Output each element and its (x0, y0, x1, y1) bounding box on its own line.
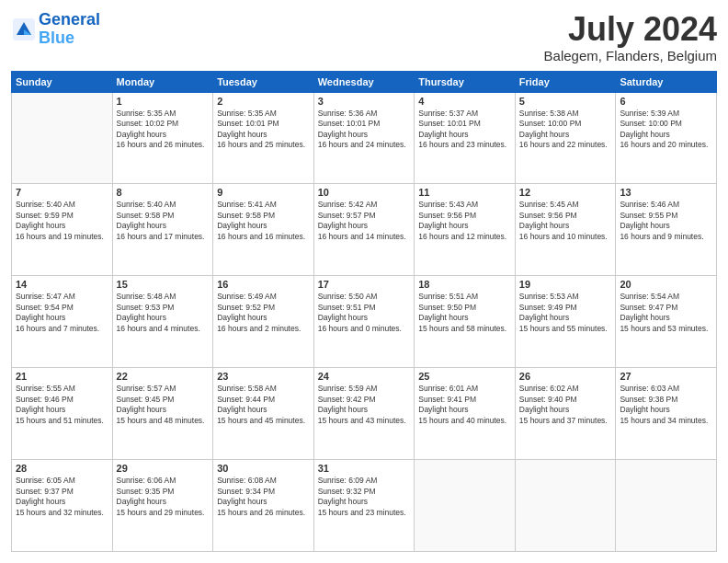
day-number: 16 (217, 279, 310, 290)
logo-general: General (39, 10, 100, 29)
table-row: 14Sunrise: 5:47 AMSunset: 9:54 PMDayligh… (12, 276, 113, 368)
day-number: 26 (519, 371, 612, 382)
day-number: 29 (117, 463, 210, 474)
table-row: 25Sunrise: 6:01 AMSunset: 9:41 PMDayligh… (415, 368, 516, 460)
calendar-week-row: 28Sunrise: 6:05 AMSunset: 9:37 PMDayligh… (12, 460, 717, 552)
day-info: Sunrise: 6:03 AMSunset: 9:38 PMDaylight … (620, 384, 712, 426)
table-row: 30Sunrise: 6:08 AMSunset: 9:34 PMDayligh… (213, 460, 314, 552)
table-row: 2Sunrise: 5:35 AMSunset: 10:01 PMDayligh… (213, 92, 314, 184)
table-row: 27Sunrise: 6:03 AMSunset: 9:38 PMDayligh… (616, 368, 717, 460)
day-number: 3 (318, 96, 411, 107)
page: General Blue July 2024 Balegem, Flanders… (0, 0, 728, 563)
day-number: 5 (519, 96, 612, 107)
table-row: 5Sunrise: 5:38 AMSunset: 10:00 PMDayligh… (515, 92, 616, 184)
day-info: Sunrise: 5:59 AMSunset: 9:42 PMDaylight … (318, 384, 411, 426)
day-number: 14 (16, 279, 108, 290)
table-row: 8Sunrise: 5:40 AMSunset: 9:58 PMDaylight… (112, 184, 213, 276)
table-row: 3Sunrise: 5:36 AMSunset: 10:01 PMDayligh… (313, 92, 415, 184)
day-number: 2 (217, 96, 310, 107)
table-row: 24Sunrise: 5:59 AMSunset: 9:42 PMDayligh… (313, 368, 415, 460)
table-row: 31Sunrise: 6:09 AMSunset: 9:32 PMDayligh… (313, 460, 415, 552)
header: General Blue July 2024 Balegem, Flanders… (11, 11, 717, 63)
day-number: 23 (217, 371, 310, 382)
col-friday: Friday (515, 71, 616, 92)
month-title: July 2024 (544, 11, 717, 48)
calendar-week-row: 7Sunrise: 5:40 AMSunset: 9:59 PMDaylight… (12, 184, 717, 276)
day-info: Sunrise: 5:49 AMSunset: 9:52 PMDaylight … (217, 292, 310, 334)
day-number: 8 (117, 187, 210, 198)
day-info: Sunrise: 5:51 AMSunset: 9:50 PMDaylight … (418, 292, 511, 334)
day-number: 13 (620, 187, 712, 198)
day-info: Sunrise: 5:40 AMSunset: 9:58 PMDaylight … (117, 200, 210, 242)
col-tuesday: Tuesday (213, 71, 314, 92)
day-info: Sunrise: 5:38 AMSunset: 10:00 PMDaylight… (519, 109, 612, 151)
table-row: 19Sunrise: 5:53 AMSunset: 9:49 PMDayligh… (515, 276, 616, 368)
col-monday: Monday (112, 71, 213, 92)
day-number: 10 (318, 187, 411, 198)
day-info: Sunrise: 5:46 AMSunset: 9:55 PMDaylight … (620, 200, 712, 242)
day-number: 28 (16, 463, 108, 474)
day-number: 17 (318, 279, 411, 290)
day-number: 31 (318, 463, 411, 474)
day-info: Sunrise: 6:09 AMSunset: 9:32 PMDaylight … (318, 476, 411, 518)
table-row: 29Sunrise: 6:06 AMSunset: 9:35 PMDayligh… (112, 460, 213, 552)
day-info: Sunrise: 5:53 AMSunset: 9:49 PMDaylight … (519, 292, 612, 334)
table-row (12, 92, 113, 184)
day-number: 24 (318, 371, 411, 382)
calendar-week-row: 21Sunrise: 5:55 AMSunset: 9:46 PMDayligh… (12, 368, 717, 460)
col-wednesday: Wednesday (313, 71, 415, 92)
day-info: Sunrise: 5:41 AMSunset: 9:58 PMDaylight … (217, 200, 310, 242)
table-row: 4Sunrise: 5:37 AMSunset: 10:01 PMDayligh… (415, 92, 516, 184)
logo-text: General Blue (39, 11, 100, 48)
day-info: Sunrise: 6:01 AMSunset: 9:41 PMDaylight … (418, 384, 511, 426)
day-info: Sunrise: 6:08 AMSunset: 9:34 PMDaylight … (217, 476, 310, 518)
title-block: July 2024 Balegem, Flanders, Belgium (544, 11, 717, 63)
table-row: 16Sunrise: 5:49 AMSunset: 9:52 PMDayligh… (213, 276, 314, 368)
table-row: 18Sunrise: 5:51 AMSunset: 9:50 PMDayligh… (415, 276, 516, 368)
day-info: Sunrise: 5:35 AMSunset: 10:02 PMDaylight… (117, 109, 210, 151)
table-row: 1Sunrise: 5:35 AMSunset: 10:02 PMDayligh… (112, 92, 213, 184)
table-row: 13Sunrise: 5:46 AMSunset: 9:55 PMDayligh… (616, 184, 717, 276)
calendar-table: Sunday Monday Tuesday Wednesday Thursday… (11, 71, 717, 552)
day-number: 11 (418, 187, 511, 198)
table-row: 20Sunrise: 5:54 AMSunset: 9:47 PMDayligh… (616, 276, 717, 368)
table-row: 23Sunrise: 5:58 AMSunset: 9:44 PMDayligh… (213, 368, 314, 460)
table-row (415, 460, 516, 552)
day-number: 30 (217, 463, 310, 474)
day-number: 15 (117, 279, 210, 290)
day-info: Sunrise: 5:45 AMSunset: 9:56 PMDaylight … (519, 200, 612, 242)
day-number: 25 (418, 371, 511, 382)
day-number: 18 (418, 279, 511, 290)
day-info: Sunrise: 5:54 AMSunset: 9:47 PMDaylight … (620, 292, 712, 334)
day-info: Sunrise: 5:55 AMSunset: 9:46 PMDaylight … (16, 384, 108, 426)
day-number: 1 (117, 96, 210, 107)
table-row: 11Sunrise: 5:43 AMSunset: 9:56 PMDayligh… (415, 184, 516, 276)
table-row: 10Sunrise: 5:42 AMSunset: 9:57 PMDayligh… (313, 184, 415, 276)
day-info: Sunrise: 5:36 AMSunset: 10:01 PMDaylight… (318, 109, 411, 151)
day-info: Sunrise: 5:40 AMSunset: 9:59 PMDaylight … (16, 200, 108, 242)
col-thursday: Thursday (415, 71, 516, 92)
table-row: 26Sunrise: 6:02 AMSunset: 9:40 PMDayligh… (515, 368, 616, 460)
table-row: 12Sunrise: 5:45 AMSunset: 9:56 PMDayligh… (515, 184, 616, 276)
day-info: Sunrise: 5:50 AMSunset: 9:51 PMDaylight … (318, 292, 411, 334)
table-row: 6Sunrise: 5:39 AMSunset: 10:00 PMDayligh… (616, 92, 717, 184)
table-row: 7Sunrise: 5:40 AMSunset: 9:59 PMDaylight… (12, 184, 113, 276)
col-sunday: Sunday (12, 71, 113, 92)
day-number: 4 (418, 96, 511, 107)
day-info: Sunrise: 6:06 AMSunset: 9:35 PMDaylight … (117, 476, 210, 518)
day-info: Sunrise: 5:58 AMSunset: 9:44 PMDaylight … (217, 384, 310, 426)
table-row (515, 460, 616, 552)
calendar-week-row: 1Sunrise: 5:35 AMSunset: 10:02 PMDayligh… (12, 92, 717, 184)
day-number: 20 (620, 279, 712, 290)
day-info: Sunrise: 5:57 AMSunset: 9:45 PMDaylight … (117, 384, 210, 426)
day-number: 22 (117, 371, 210, 382)
calendar-week-row: 14Sunrise: 5:47 AMSunset: 9:54 PMDayligh… (12, 276, 717, 368)
day-info: Sunrise: 6:05 AMSunset: 9:37 PMDaylight … (16, 476, 108, 518)
day-info: Sunrise: 5:37 AMSunset: 10:01 PMDaylight… (418, 109, 511, 151)
calendar-header-row: Sunday Monday Tuesday Wednesday Thursday… (12, 71, 717, 92)
day-number: 21 (16, 371, 108, 382)
logo-icon (11, 17, 37, 42)
day-info: Sunrise: 6:02 AMSunset: 9:40 PMDaylight … (519, 384, 612, 426)
logo: General Blue (11, 11, 100, 48)
day-number: 9 (217, 187, 310, 198)
